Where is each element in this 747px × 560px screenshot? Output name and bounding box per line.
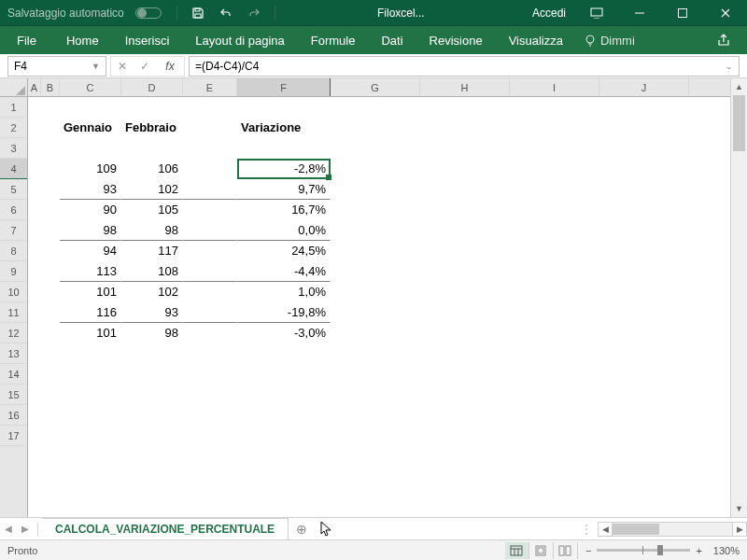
cell[interactable] xyxy=(331,385,420,405)
row-header[interactable]: 13 xyxy=(0,343,27,364)
cell[interactable] xyxy=(599,200,689,220)
cell[interactable] xyxy=(599,261,689,282)
cell[interactable]: 102 xyxy=(121,179,183,200)
cancel-formula-icon[interactable]: ✕ xyxy=(111,56,134,77)
cell[interactable]: 98 xyxy=(121,323,183,343)
tab-split-grip[interactable]: ⋮ xyxy=(575,523,598,536)
cell[interactable] xyxy=(420,364,510,385)
tab-layout[interactable]: Layout di pagina xyxy=(182,26,297,54)
cell[interactable] xyxy=(420,426,510,446)
tab-home[interactable]: Home xyxy=(53,26,112,54)
expand-formula-icon[interactable]: ⌄ xyxy=(726,62,733,71)
cell[interactable] xyxy=(510,426,599,446)
col-header[interactable]: H xyxy=(420,78,510,96)
cell[interactable]: -19,8% xyxy=(237,302,331,323)
cell[interactable] xyxy=(237,97,331,118)
cell[interactable] xyxy=(121,405,183,426)
cell[interactable] xyxy=(420,220,510,241)
col-header[interactable]: D xyxy=(121,78,183,96)
row-header[interactable]: 16 xyxy=(0,405,27,426)
cell[interactable] xyxy=(121,364,183,385)
cell[interactable] xyxy=(60,426,121,446)
tab-file[interactable]: File xyxy=(4,26,49,54)
cell[interactable] xyxy=(60,97,121,118)
view-page-layout-icon[interactable] xyxy=(529,542,554,559)
cell[interactable]: 116 xyxy=(60,302,121,323)
cell[interactable] xyxy=(420,159,510,179)
cell[interactable] xyxy=(599,364,689,385)
cell[interactable]: 101 xyxy=(60,282,121,302)
cell[interactable] xyxy=(420,261,510,282)
cell[interactable]: 24,5% xyxy=(237,241,331,261)
cell[interactable] xyxy=(183,138,237,159)
sheet-nav-prev-icon[interactable]: ◀ xyxy=(0,518,17,540)
cell[interactable] xyxy=(331,220,420,241)
cell[interactable] xyxy=(420,302,510,323)
scroll-thumb[interactable] xyxy=(733,95,745,151)
cell[interactable] xyxy=(41,343,60,364)
cell[interactable]: 93 xyxy=(121,302,183,323)
horizontal-scrollbar[interactable]: ◀ ▶ xyxy=(598,522,747,537)
cell[interactable] xyxy=(510,118,599,138)
tab-review[interactable]: Revisione xyxy=(416,26,496,54)
cell[interactable]: 102 xyxy=(121,282,183,302)
cell[interactable] xyxy=(28,261,41,282)
row-header[interactable]: 11 xyxy=(0,302,27,323)
cell[interactable] xyxy=(420,200,510,220)
maximize-icon[interactable] xyxy=(661,0,704,26)
cell[interactable]: 90 xyxy=(60,200,121,220)
cell[interactable] xyxy=(28,159,41,179)
cell[interactable] xyxy=(510,385,599,405)
cell[interactable]: 16,7% xyxy=(237,200,331,220)
cell[interactable] xyxy=(331,426,420,446)
cell[interactable] xyxy=(510,323,599,343)
cell[interactable]: 1,0% xyxy=(237,282,331,302)
row-header[interactable]: 10 xyxy=(0,282,27,302)
cell[interactable]: 93 xyxy=(60,179,121,200)
col-header[interactable]: C xyxy=(60,78,121,96)
cell[interactable] xyxy=(60,364,121,385)
cell[interactable] xyxy=(599,405,689,426)
cell[interactable] xyxy=(121,97,183,118)
cell[interactable] xyxy=(237,138,331,159)
col-header[interactable]: F xyxy=(237,78,331,96)
cell[interactable] xyxy=(183,118,237,138)
zoom-in-icon[interactable]: + xyxy=(696,545,701,556)
cell[interactable] xyxy=(331,159,420,179)
cell[interactable] xyxy=(41,97,60,118)
accept-formula-icon[interactable]: ✓ xyxy=(134,56,156,77)
cell[interactable] xyxy=(41,159,60,179)
cell[interactable] xyxy=(510,405,599,426)
scroll-up-icon[interactable]: ▲ xyxy=(731,78,747,95)
cell[interactable] xyxy=(420,118,510,138)
row-header[interactable]: 17 xyxy=(0,426,27,446)
cell[interactable] xyxy=(183,200,237,220)
cell[interactable] xyxy=(510,282,599,302)
row-header[interactable]: 15 xyxy=(0,385,27,405)
scroll-right-icon[interactable]: ▶ xyxy=(732,522,747,537)
cell[interactable] xyxy=(510,302,599,323)
col-header[interactable]: I xyxy=(510,78,599,96)
cell[interactable] xyxy=(60,343,121,364)
cell[interactable] xyxy=(420,241,510,261)
cell[interactable] xyxy=(183,302,237,323)
cell[interactable] xyxy=(599,323,689,343)
cell[interactable] xyxy=(599,220,689,241)
cell[interactable] xyxy=(183,159,237,179)
cell[interactable] xyxy=(121,385,183,405)
tell-me[interactable]: Dimmi xyxy=(584,34,635,48)
cell[interactable] xyxy=(510,261,599,282)
row-header[interactable]: 5 xyxy=(0,179,27,200)
cell[interactable] xyxy=(183,261,237,282)
cell[interactable] xyxy=(237,364,331,385)
tab-data[interactable]: Dati xyxy=(368,26,416,54)
select-all-corner[interactable] xyxy=(0,78,27,97)
cell[interactable] xyxy=(183,385,237,405)
cell[interactable] xyxy=(28,220,41,241)
vertical-scrollbar[interactable]: ▲ ▼ xyxy=(730,78,747,517)
cell[interactable]: -4,4% xyxy=(237,261,331,282)
cell[interactable] xyxy=(331,282,420,302)
view-page-break-icon[interactable] xyxy=(554,542,578,559)
cell[interactable] xyxy=(41,200,60,220)
cell[interactable]: -3,0% xyxy=(237,323,331,343)
